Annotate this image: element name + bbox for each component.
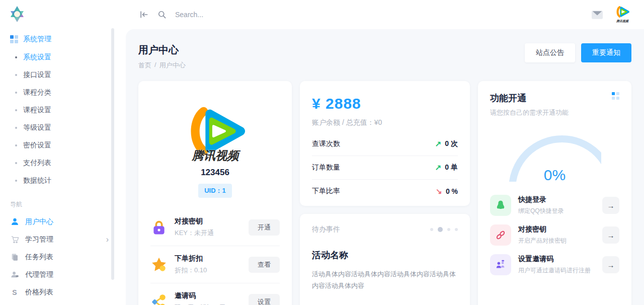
feature-item-title: 快捷登录	[518, 195, 564, 204]
uid-badge: UID：1	[198, 184, 232, 198]
mail-icon[interactable]	[592, 11, 603, 19]
row-subtitle: KEY：未开通	[175, 228, 214, 238]
tencent-video-icon	[614, 6, 630, 19]
stat-label: 下单比率	[312, 187, 340, 196]
open-key-button[interactable]: 开通	[249, 219, 280, 236]
todo-card: 待办事件 活动名称 活动具体内容活动具体内容活动具体内容活动具体内容活动具体内容	[300, 214, 470, 305]
avatar-caption: 腾讯视频	[614, 19, 631, 24]
sidebar: 系统管理 系统设置 接口设置 课程分类 课程设置 等级设置	[0, 0, 126, 305]
chevron-right-icon: ›	[106, 236, 109, 244]
breadcrumb: 首页 / 用户中心	[138, 61, 186, 70]
sidebar-item-price-list[interactable]: S 价格列表	[0, 283, 126, 301]
search-icon[interactable]	[157, 10, 167, 20]
row-subtitle: 折扣：0.10	[175, 266, 207, 275]
sidebar-item-agent-management[interactable]: 代理管理	[0, 266, 126, 283]
sidebar-item-price-settings[interactable]: 密价设置	[0, 136, 126, 154]
arrow-right-icon[interactable]: →	[602, 256, 619, 273]
feature-item-desc: 开启产品对接密钥	[518, 237, 567, 245]
stat-row-course-checks: 查课次数 ↗ 0 次	[312, 132, 458, 156]
sidebar-item-label: 接口设置	[23, 70, 51, 80]
set-invite-code-button[interactable]: 设置	[249, 294, 280, 305]
bullet-icon	[15, 127, 17, 129]
app-window: 系统管理 系统设置 接口设置 课程分类 课程设置 等级设置	[0, 0, 644, 305]
sidebar-item-label: 课程设置	[23, 106, 51, 115]
nav-section-label: 导航	[0, 189, 126, 213]
sidebar-menu: 系统管理 系统设置 接口设置 课程分类 课程设置 等级设置	[0, 26, 126, 301]
bullet-icon	[15, 144, 17, 146]
user-icon	[11, 217, 19, 226]
middle-column: ¥ 2888 账户余额 / 总充值：¥0 查课次数 ↗ 0 次 订单数量 ↗	[300, 81, 470, 305]
arrow-right-icon[interactable]: →	[602, 197, 619, 214]
app-logo[interactable]	[0, 0, 126, 26]
bullet-icon	[15, 180, 17, 182]
carousel-dot[interactable]	[447, 228, 450, 231]
site-notice-button[interactable]: 站点公告	[525, 43, 575, 62]
sidebar-item-task-list[interactable]: 任务列表	[0, 248, 126, 266]
carousel-dot-active[interactable]	[438, 227, 443, 232]
sidebar-item-course-category[interactable]: 课程分类	[0, 84, 126, 101]
balance-subtitle: 账户余额 / 总充值：¥0	[312, 118, 458, 132]
breadcrumb-current: 用户中心	[159, 61, 186, 70]
bullet-icon	[15, 56, 17, 58]
bullet-icon	[15, 92, 17, 94]
row-title: 下单折扣	[175, 254, 207, 263]
feature-row-api-key: 对接密钥 开启产品对接密钥 →	[490, 224, 619, 246]
trend-down-icon: ↘	[436, 187, 442, 196]
sidebar-scrollbar[interactable]	[111, 28, 114, 280]
trend-up-icon: ↗	[435, 163, 442, 172]
sidebar-item-system-settings[interactable]: 系统设置	[0, 48, 126, 66]
page-title: 用户中心	[138, 43, 186, 57]
breadcrumb-home[interactable]: 首页	[138, 61, 151, 70]
topbar: 腾讯视频	[126, 0, 644, 29]
arrow-right-icon[interactable]: →	[602, 226, 619, 244]
sidebar-item-label: 课程分类	[23, 88, 51, 97]
row-subtitle: 码：无 / 折扣：无	[175, 303, 226, 305]
sidebar-item-label: 任务列表	[25, 253, 53, 262]
sidebar-item-label: 支付列表	[23, 159, 51, 168]
profile-row-order-discount: 下单折扣 折扣：0.10 查看	[150, 246, 280, 283]
sidebar-item-system-management[interactable]: 系统管理	[0, 30, 126, 48]
price-icon: S	[12, 288, 17, 296]
feature-item-title: 设置邀请码	[518, 255, 591, 264]
star-logo-icon	[8, 4, 26, 24]
sidebar-item-payment-list[interactable]: 支付列表	[0, 154, 126, 172]
star-icon	[150, 256, 168, 273]
important-notice-button[interactable]: 重要通知	[581, 43, 631, 62]
apps-grid-icon[interactable]	[612, 92, 619, 100]
avatar[interactable]: 腾讯视频	[614, 6, 631, 24]
sidebar-item-course-settings[interactable]: 课程设置	[0, 101, 126, 119]
sidebar-item-data-statistics[interactable]: 数据统计	[0, 172, 126, 189]
search-input[interactable]	[175, 11, 326, 19]
account-balance: ¥ 2888	[312, 95, 458, 112]
row-title: 邀请码	[175, 291, 226, 300]
link-icon	[495, 230, 506, 241]
carousel-dot[interactable]	[455, 228, 458, 231]
stat-label: 查课次数	[312, 139, 340, 148]
stat-value: 0 次	[445, 139, 458, 148]
profile-row-api-key: 对接密钥 KEY：未开通 开通	[150, 209, 280, 246]
feature-card: 功能开通 请您按自己的需求开通功能 0%	[478, 81, 631, 305]
stat-value: 0 %	[446, 187, 458, 195]
svg-text:腾讯视频: 腾讯视频	[191, 149, 241, 162]
sidebar-item-study-management[interactable]: 学习管理 ›	[0, 231, 126, 248]
carousel-dots	[430, 227, 458, 232]
feature-row-quick-login: 快捷登录 绑定QQ快捷登录 →	[490, 195, 619, 216]
view-discount-button[interactable]: 查看	[249, 257, 280, 273]
sidebar-item-label: 系统设置	[23, 53, 51, 62]
feature-row-invite-code: 设置邀请码 用户可通过邀请码进行注册 →	[490, 254, 619, 275]
username: 123456	[150, 168, 280, 178]
sidebar-item-api-settings[interactable]: 接口设置	[0, 66, 126, 84]
profile-row-invite-code: 邀请码 码：无 / 折扣：无 设置	[150, 283, 280, 305]
sidebar-item-user-center[interactable]: 用户中心	[0, 213, 126, 231]
grid-icon	[10, 35, 18, 43]
sidebar-item-level-settings[interactable]: 等级设置	[0, 119, 126, 136]
main-panel: 用户中心 首页 / 用户中心 站点公告 重要通知	[126, 29, 644, 305]
sidebar-item-label: 系统管理	[23, 35, 51, 44]
trend-up-icon: ↗	[435, 139, 442, 148]
carousel-dot[interactable]	[430, 228, 433, 231]
bullet-icon	[15, 74, 17, 76]
progress-gauge: 0%	[509, 135, 601, 182]
collapse-sidebar-icon[interactable]	[139, 10, 149, 20]
sidebar-item-label: 密价设置	[23, 141, 51, 150]
todo-title: 待办事件	[312, 225, 340, 234]
